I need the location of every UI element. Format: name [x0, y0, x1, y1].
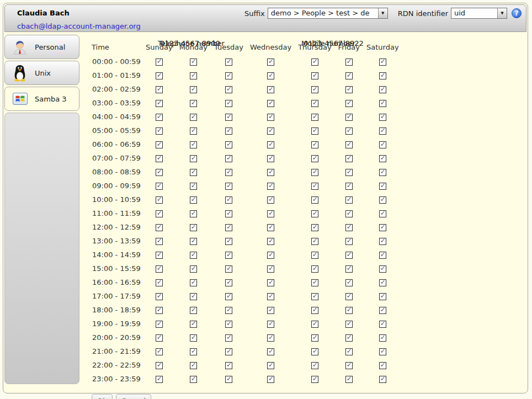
hour-checkbox[interactable] [379, 265, 386, 273]
hour-checkbox[interactable] [225, 114, 232, 121]
hour-checkbox[interactable] [267, 279, 274, 286]
hour-checkbox[interactable] [190, 114, 197, 121]
hour-checkbox[interactable] [156, 155, 163, 162]
hour-checkbox[interactable] [156, 58, 163, 66]
hour-checkbox[interactable] [156, 100, 163, 107]
hour-checkbox[interactable] [267, 252, 274, 259]
hour-checkbox[interactable] [379, 334, 386, 342]
hour-checkbox[interactable] [379, 196, 386, 204]
hour-checkbox[interactable] [225, 100, 232, 107]
hour-checkbox[interactable] [379, 86, 386, 93]
hour-checkbox[interactable] [311, 169, 318, 176]
hour-checkbox[interactable] [225, 72, 232, 79]
hour-checkbox[interactable] [267, 155, 274, 162]
hour-checkbox[interactable] [267, 58, 274, 66]
hour-checkbox[interactable] [190, 224, 197, 231]
hour-checkbox[interactable] [156, 252, 163, 259]
hour-checkbox[interactable] [225, 141, 232, 148]
hour-checkbox[interactable] [379, 307, 386, 314]
hour-checkbox[interactable] [345, 127, 353, 135]
hour-checkbox[interactable] [267, 224, 274, 231]
hour-checkbox[interactable] [267, 114, 274, 121]
hour-checkbox[interactable] [345, 376, 353, 383]
hour-checkbox[interactable] [156, 183, 163, 190]
hour-checkbox[interactable] [156, 265, 163, 273]
hour-checkbox[interactable] [225, 252, 232, 259]
hour-checkbox[interactable] [345, 72, 353, 79]
hour-checkbox[interactable] [156, 307, 163, 314]
hour-checkbox[interactable] [345, 334, 353, 342]
hour-checkbox[interactable] [190, 279, 197, 286]
hour-checkbox[interactable] [311, 293, 318, 300]
hour-checkbox[interactable] [379, 210, 386, 217]
hour-checkbox[interactable] [267, 72, 274, 79]
hour-checkbox[interactable] [379, 376, 386, 383]
hour-checkbox[interactable] [225, 334, 232, 342]
hour-checkbox[interactable] [156, 376, 163, 383]
hour-checkbox[interactable] [379, 114, 386, 121]
hour-checkbox[interactable] [311, 210, 318, 217]
hour-checkbox[interactable] [379, 183, 386, 190]
hour-checkbox[interactable] [225, 196, 232, 204]
hour-checkbox[interactable] [311, 100, 318, 107]
hour-checkbox[interactable] [379, 362, 386, 369]
hour-checkbox[interactable] [311, 376, 318, 383]
hour-checkbox[interactable] [190, 72, 197, 79]
hour-checkbox[interactable] [156, 210, 163, 217]
hour-checkbox[interactable] [190, 183, 197, 190]
tab-unix[interactable]: Unix [4, 61, 79, 85]
hour-checkbox[interactable] [311, 265, 318, 273]
hour-checkbox[interactable] [156, 114, 163, 121]
hour-checkbox[interactable] [379, 224, 386, 231]
hour-checkbox[interactable] [311, 196, 318, 204]
hour-checkbox[interactable] [345, 252, 353, 259]
tab-samba3[interactable]: Samba 3 [4, 87, 79, 111]
hour-checkbox[interactable] [156, 348, 163, 355]
hour-checkbox[interactable] [190, 238, 197, 245]
hour-checkbox[interactable] [190, 307, 197, 314]
hour-checkbox[interactable] [311, 114, 318, 121]
hour-checkbox[interactable] [379, 238, 386, 245]
hour-checkbox[interactable] [379, 155, 386, 162]
hour-checkbox[interactable] [267, 376, 274, 383]
hour-checkbox[interactable] [379, 100, 386, 107]
hour-checkbox[interactable] [345, 196, 353, 204]
email-link[interactable]: cbach@ldap-account-manager.org [17, 22, 141, 30]
hour-checkbox[interactable] [156, 238, 163, 245]
hour-checkbox[interactable] [156, 169, 163, 176]
hour-checkbox[interactable] [311, 58, 318, 66]
hour-checkbox[interactable] [225, 348, 232, 355]
hour-checkbox[interactable] [345, 155, 353, 162]
hour-checkbox[interactable] [156, 72, 163, 79]
hour-checkbox[interactable] [156, 293, 163, 300]
hour-checkbox[interactable] [267, 210, 274, 217]
hour-checkbox[interactable] [345, 169, 353, 176]
hour-checkbox[interactable] [267, 265, 274, 273]
hour-checkbox[interactable] [379, 72, 386, 79]
hour-checkbox[interactable] [156, 86, 163, 93]
hour-checkbox[interactable] [225, 376, 232, 383]
hour-checkbox[interactable] [311, 183, 318, 190]
hour-checkbox[interactable] [345, 100, 353, 107]
chevron-down-icon[interactable]: ▼ [378, 8, 387, 18]
hour-checkbox[interactable] [267, 183, 274, 190]
hour-checkbox[interactable] [311, 348, 318, 355]
hour-checkbox[interactable] [345, 86, 353, 93]
hour-checkbox[interactable] [345, 183, 353, 190]
hour-checkbox[interactable] [311, 141, 318, 148]
hour-checkbox[interactable] [190, 321, 197, 328]
hour-checkbox[interactable] [345, 348, 353, 355]
hour-checkbox[interactable] [225, 238, 232, 245]
hour-checkbox[interactable] [267, 321, 274, 328]
hour-checkbox[interactable] [156, 321, 163, 328]
hour-checkbox[interactable] [267, 362, 274, 369]
hour-checkbox[interactable] [190, 376, 197, 383]
hour-checkbox[interactable] [225, 224, 232, 231]
hour-checkbox[interactable] [345, 293, 353, 300]
hour-checkbox[interactable] [379, 169, 386, 176]
hour-checkbox[interactable] [345, 224, 353, 231]
hour-checkbox[interactable] [190, 196, 197, 204]
ok-button[interactable]: Ok [92, 394, 113, 399]
hour-checkbox[interactable] [267, 293, 274, 300]
hour-checkbox[interactable] [225, 362, 232, 369]
